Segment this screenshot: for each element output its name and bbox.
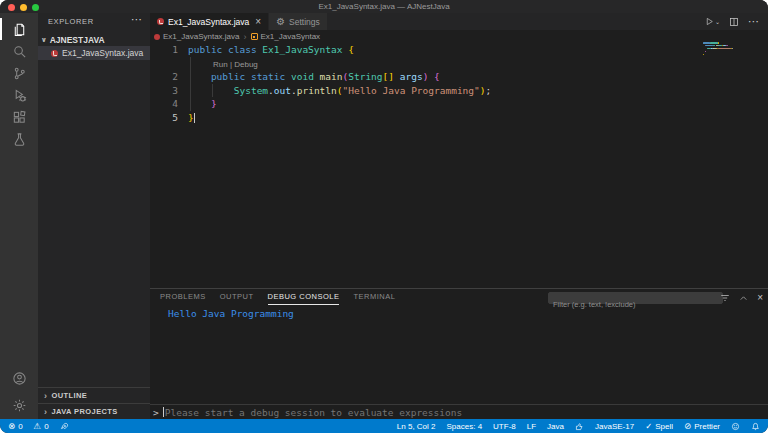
- testing-icon[interactable]: [0, 131, 38, 147]
- minimap-line: [703, 42, 710, 44]
- manage-gear-icon[interactable]: [0, 395, 38, 415]
- explorer-icon[interactable]: [0, 21, 38, 37]
- run-dropdown-chevron-icon[interactable]: ⌄: [715, 18, 720, 25]
- minimap[interactable]: [703, 42, 755, 62]
- panel-tab-debug-console[interactable]: DEBUG CONSOLE: [268, 289, 340, 305]
- folder-row[interactable]: ∨ AJNESTJAVA: [38, 33, 150, 46]
- file-name: Ex1_JavaSyntax.java: [62, 48, 143, 58]
- code-line: 1public class Ex1_JavaSyntax {: [150, 43, 768, 57]
- split-editor-icon[interactable]: [729, 17, 739, 27]
- panel-tab-terminal[interactable]: TERMINAL: [353, 289, 395, 305]
- status-label: JavaSE-17: [595, 422, 634, 431]
- code-line: 2 public static void main(String[] args)…: [150, 70, 768, 84]
- search-icon[interactable]: [0, 43, 38, 59]
- debug-input-placeholder: Please start a debug session to evaluate…: [165, 407, 462, 418]
- status-item-javase-17[interactable]: JavaSE-17: [595, 422, 634, 431]
- filter-input[interactable]: [549, 300, 722, 310]
- line-number: 5: [150, 111, 178, 125]
- status-item-slash[interactable]: ⊘Prettier: [684, 421, 720, 431]
- breadcrumb-class[interactable]: Ex1_JavaSyntax: [251, 32, 321, 41]
- activity-bar: [0, 13, 38, 419]
- status-label: LF: [527, 422, 536, 431]
- filter-box: [548, 292, 723, 304]
- outline-label: OUTLINE: [51, 391, 87, 400]
- status-item-bell[interactable]: [751, 422, 760, 431]
- line-number: 4: [150, 97, 178, 111]
- status-label: Java: [547, 422, 564, 431]
- code-line: 3 System.out.println("Hello Java Program…: [150, 84, 768, 98]
- maximize-panel-icon[interactable]: [739, 294, 748, 303]
- symbol-class-icon: [251, 33, 258, 40]
- status-label: Prettier: [694, 422, 720, 431]
- java-file-error-icon: [154, 34, 160, 40]
- panel-actions: ×: [720, 292, 763, 304]
- more-actions-icon[interactable]: ⋯: [748, 15, 760, 28]
- status-item-java[interactable]: Java: [547, 422, 564, 431]
- breadcrumb-file[interactable]: Ex1_JavaSyntax.java: [154, 32, 240, 41]
- line-number: 1: [150, 43, 178, 57]
- source-control-icon[interactable]: [0, 65, 38, 81]
- code-token: main: [320, 71, 343, 82]
- status-item-error[interactable]: ⊗0: [8, 421, 23, 431]
- file-row[interactable]: Ex1_JavaSyntax.java: [38, 46, 150, 60]
- code-token: public static: [211, 71, 291, 82]
- minimap-line: [710, 42, 718, 44]
- status-item-utf-8[interactable]: UTF-8: [493, 422, 516, 431]
- sidebar-section-java-projects[interactable]: › JAVA PROJECTS: [38, 403, 150, 419]
- explorer-more-actions-icon[interactable]: ⋯: [131, 13, 142, 26]
- breadcrumb-class-label: Ex1_JavaSyntax: [261, 32, 321, 41]
- status-left: ⊗0⚠0: [8, 419, 69, 433]
- chevron-right-icon: ›: [44, 391, 47, 401]
- explorer-sidebar: EXPLORER ⋯ ∨ AJNESTJAVA Ex1_JavaSyntax.j…: [38, 13, 150, 419]
- indent-guide: [212, 84, 213, 98]
- codelens-run-debug[interactable]: Run | Debug: [213, 60, 258, 69]
- status-right: Ln 5, Col 2Spaces: 4UTF-8LFJavaJavaSE-17…: [397, 419, 760, 433]
- code-token: [188, 71, 211, 82]
- java-file-error-icon: [157, 18, 164, 25]
- status-item-lf[interactable]: LF: [527, 422, 536, 431]
- status-item-feedback[interactable]: [731, 422, 740, 431]
- status-item-check[interactable]: ✓Spell: [645, 421, 673, 431]
- run-debug-icon[interactable]: [0, 87, 38, 103]
- folder-name: AJNESTJAVA: [50, 35, 105, 45]
- panel-tab-output[interactable]: OUTPUT: [220, 289, 254, 305]
- chevron-right-icon: ›: [44, 407, 47, 417]
- code-line: 4 }: [150, 97, 768, 111]
- status-item-rocket[interactable]: [60, 422, 69, 431]
- minimap-line: [727, 45, 728, 47]
- code-token: out: [274, 85, 291, 96]
- code-token: System: [234, 85, 268, 96]
- run-java-button[interactable]: ⌄: [705, 17, 720, 26]
- code-token: args: [400, 71, 423, 82]
- status-label: UTF-8: [493, 422, 516, 431]
- status-item-warning[interactable]: ⚠0: [34, 421, 49, 431]
- title-bar: Ex1_JavaSyntax.java — AJNestJava: [0, 0, 768, 13]
- code-token: {: [434, 71, 440, 82]
- indent-guide: [190, 57, 191, 111]
- prompt-chevron-icon: >: [153, 407, 159, 418]
- close-tab-icon[interactable]: ×: [255, 17, 261, 27]
- close-panel-icon[interactable]: ×: [757, 293, 763, 303]
- tab-settings[interactable]: ⚙ Settings: [268, 13, 327, 30]
- filter-icon[interactable]: [720, 293, 730, 303]
- status-item-thumbsup[interactable]: [575, 422, 584, 431]
- window-title: Ex1_JavaSyntax.java — AJNestJava: [0, 0, 768, 13]
- sidebar-section-outline[interactable]: › OUTLINE: [38, 387, 150, 403]
- panel-tab-problems[interactable]: PROBLEMS: [160, 289, 206, 305]
- status-label: 0: [44, 422, 48, 431]
- status-item-ln-5-col-2[interactable]: Ln 5, Col 2: [397, 422, 436, 431]
- minimap-line: [705, 45, 713, 47]
- tab-label: Ex1_JavaSyntax.java: [168, 17, 249, 27]
- accounts-icon[interactable]: [0, 368, 38, 388]
- status-item-spaces-4[interactable]: Spaces: 4: [447, 422, 483, 431]
- chevron-down-icon: ∨: [41, 36, 47, 44]
- line-number: [150, 57, 178, 71]
- codelens-row: Run | Debug: [150, 57, 768, 71]
- code-token: println: [297, 85, 337, 96]
- code-editor[interactable]: 1public class Ex1_JavaSyntax {Run | Debu…: [150, 43, 768, 288]
- code-token: [188, 98, 211, 109]
- debug-console-input[interactable]: > Please start a debug session to evalua…: [150, 404, 768, 419]
- extensions-icon[interactable]: [0, 109, 38, 125]
- tab-ex1-javasyntax[interactable]: Ex1_JavaSyntax.java ×: [150, 13, 268, 30]
- code-token: ;: [486, 85, 492, 96]
